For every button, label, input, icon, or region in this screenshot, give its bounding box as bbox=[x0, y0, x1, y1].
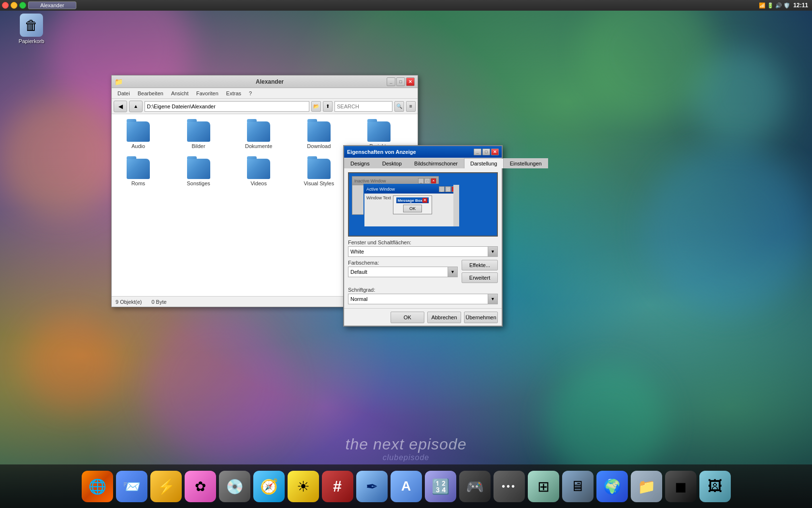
tab-bildschirmschoner[interactable]: Bildschirmschoner bbox=[408, 158, 464, 168]
folder-videos-label: Videos bbox=[250, 180, 266, 186]
search-input[interactable] bbox=[334, 101, 392, 112]
folder-dokumente-label: Dokumente bbox=[245, 143, 272, 149]
dock-icon-sun[interactable]: ☀ bbox=[288, 471, 319, 502]
menu-help[interactable]: ? bbox=[245, 90, 256, 97]
dock-icon-picture[interactable]: 🖼 bbox=[699, 471, 731, 502]
up-button[interactable]: ⬆ bbox=[323, 101, 333, 112]
dock-icon-firefox[interactable]: 🌐 bbox=[82, 471, 113, 502]
farbschema-col: Farbschema: Default ▼ bbox=[348, 260, 458, 284]
dock-icon-safari[interactable]: 🧭 bbox=[253, 471, 285, 502]
dock-icon-app1[interactable]: ⊞ bbox=[528, 471, 559, 502]
farbschema-select[interactable]: Default bbox=[348, 267, 448, 277]
dock-icon-flower[interactable]: ✿ bbox=[185, 471, 216, 502]
address-bar[interactable] bbox=[145, 101, 309, 112]
tab-darstellung[interactable]: Darstellung bbox=[464, 158, 504, 168]
folder-projekte-icon bbox=[367, 121, 391, 142]
file-manager-minimize[interactable]: _ bbox=[387, 77, 395, 86]
traffic-light-red[interactable] bbox=[2, 2, 9, 9]
menu-ansicht[interactable]: Ansicht bbox=[167, 90, 192, 97]
folder-dokumente[interactable]: Dokumente bbox=[237, 119, 280, 151]
dock-icon-dots[interactable]: ••• bbox=[493, 471, 525, 502]
tray-icon-1: 📶 bbox=[759, 2, 766, 9]
folder-bilder-label: Bilder bbox=[192, 143, 205, 149]
abbrechen-button[interactable]: Abbrechen bbox=[427, 312, 461, 323]
folder-visual-styles[interactable]: Visual Styles bbox=[297, 156, 341, 189]
folder-sonstiges-icon bbox=[187, 159, 210, 179]
menu-favoriten[interactable]: Favoriten bbox=[192, 90, 222, 97]
schriftgrad-select[interactable]: Normal bbox=[348, 294, 488, 304]
farbschema-select-arrow[interactable]: ▼ bbox=[448, 267, 458, 277]
dialog-minimize[interactable]: _ bbox=[474, 149, 481, 155]
dock-icon-mail[interactable]: 📨 bbox=[116, 471, 147, 502]
preview-active-max: □ bbox=[445, 186, 451, 192]
tab-desktop[interactable]: Desktop bbox=[376, 158, 408, 168]
dock-icon-gamepad[interactable]: 🎮 bbox=[459, 471, 491, 502]
clock: 12:11 bbox=[793, 2, 808, 9]
erweitert-button[interactable]: Erweitert bbox=[462, 272, 498, 283]
menu-datei[interactable]: Datei bbox=[114, 90, 134, 97]
tab-einstellungen[interactable]: Einstellungen bbox=[504, 158, 548, 168]
desktop-icon-papierkorb[interactable]: 🗑 Papierkorb bbox=[14, 14, 48, 44]
dock-icon-quill[interactable]: ✒ bbox=[356, 471, 388, 502]
schriftgrad-row: Schriftgrad: Normal ▼ bbox=[348, 287, 498, 304]
taskbar-window-button[interactable]: Alexander bbox=[28, 1, 76, 9]
dock-icon-calc[interactable]: 🔢 bbox=[425, 471, 456, 502]
back-button[interactable]: ◀ bbox=[114, 101, 127, 112]
effekte-button[interactable]: Effekte... bbox=[462, 260, 498, 270]
preview-active-body: Window Text Message Box ✕ OK bbox=[364, 194, 459, 216]
dock-icon-lightning[interactable]: ⚡ bbox=[150, 471, 182, 502]
dock-icon-black[interactable]: ◼ bbox=[665, 471, 696, 502]
dock-icon-hash[interactable]: # bbox=[322, 471, 353, 502]
dialog-title: Eigenschaften von Anzeige bbox=[347, 149, 416, 155]
folder-bilder[interactable]: Bilder bbox=[177, 119, 220, 151]
menu-bearbeiten[interactable]: Bearbeiten bbox=[134, 90, 167, 97]
view-button[interactable]: ≡ bbox=[406, 101, 416, 112]
top-taskbar: Alexander 📶 🔋 🔊 🛡️ 12:11 bbox=[0, 0, 812, 11]
dock-icon-screen[interactable]: 🖥 bbox=[562, 471, 594, 502]
dock-icon-disk[interactable]: 💿 bbox=[219, 471, 250, 502]
folder-dokumente-icon bbox=[247, 121, 270, 142]
tab-designs[interactable]: Designs bbox=[344, 158, 376, 168]
tray-icon-2: 🔋 bbox=[767, 2, 774, 9]
preview-msgbox-title-text: Message Box bbox=[398, 198, 422, 203]
preview-area: Inactive Window _ □ ✕ Active Window _ □ … bbox=[348, 172, 498, 237]
traffic-light-yellow[interactable] bbox=[11, 2, 17, 9]
forward-button[interactable]: ▲ bbox=[129, 101, 143, 112]
dock-icon-font[interactable]: A bbox=[391, 471, 422, 502]
folder-audio-icon bbox=[127, 121, 150, 142]
preview-msgbox-title: Message Box ✕ bbox=[396, 197, 429, 203]
ubernehmen-button[interactable]: Übernehmen bbox=[464, 312, 498, 323]
farbschema-schriftgrad-row: Farbschema: Default ▼ Effekte... Erweite… bbox=[348, 260, 498, 284]
ok-button[interactable]: OK bbox=[391, 312, 424, 323]
search-button[interactable]: 🔍 bbox=[394, 101, 404, 112]
preview-scrollbar bbox=[453, 185, 459, 226]
farbschema-label: Farbschema: bbox=[348, 260, 458, 266]
dialog-buttons: OK Abbrechen Übernehmen bbox=[344, 308, 502, 326]
folder-audio[interactable]: Audio bbox=[116, 119, 160, 151]
file-manager-close[interactable]: ✕ bbox=[406, 77, 415, 86]
preview-inactive-title-text: Inactive Window bbox=[354, 179, 386, 183]
traffic-light-green[interactable] bbox=[19, 2, 26, 9]
dock-icon-globe[interactable]: 🌍 bbox=[596, 471, 628, 502]
fenster-select-arrow[interactable]: ▼ bbox=[488, 246, 498, 257]
dialog-close[interactable]: ✕ bbox=[491, 149, 499, 155]
folder-roms[interactable]: Roms bbox=[116, 156, 160, 189]
dialog-titlebar: Eigenschaften von Anzeige _ □ ✕ bbox=[344, 146, 502, 158]
menu-extras[interactable]: Extras bbox=[222, 90, 245, 97]
file-manager-maximize[interactable]: □ bbox=[396, 77, 405, 86]
papierkorb-icon: 🗑 bbox=[20, 14, 43, 37]
browse-button[interactable]: 📂 bbox=[311, 101, 321, 112]
folder-sonstiges[interactable]: Sonstiges bbox=[177, 156, 220, 189]
file-manager-controls: _ □ ✕ bbox=[387, 77, 415, 86]
preview-active-window: Active Window _ □ ✕ Window Text Message … bbox=[363, 184, 460, 227]
dialog-maximize[interactable]: □ bbox=[482, 149, 490, 155]
folder-videos[interactable]: Videos bbox=[237, 156, 280, 189]
file-manager-toolbar: ◀ ▲ 📂 ⬆ 🔍 ≡ bbox=[112, 99, 418, 114]
preview-ok-button[interactable]: OK bbox=[403, 205, 422, 212]
folder-download[interactable]: Download bbox=[297, 119, 341, 151]
folder-download-label: Download bbox=[307, 143, 331, 149]
dock-icon-folder[interactable]: 📁 bbox=[631, 471, 662, 502]
fenster-select[interactable]: White bbox=[348, 246, 488, 257]
schriftgrad-select-arrow[interactable]: ▼ bbox=[488, 294, 498, 304]
dialog-controls: _ □ ✕ bbox=[474, 149, 499, 155]
